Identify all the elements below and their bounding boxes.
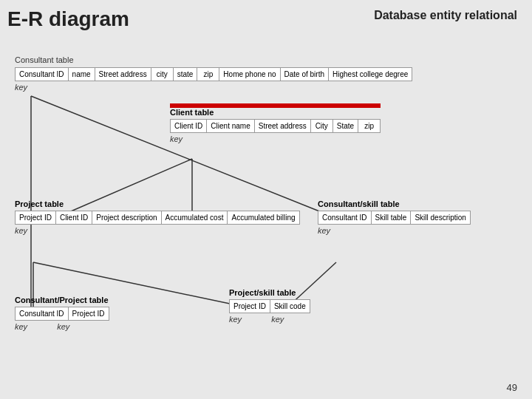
col-project-id: Project ID bbox=[68, 307, 109, 321]
client-table-label: Client table bbox=[170, 108, 381, 117]
col-street-address: Street address bbox=[254, 120, 310, 133]
col-skill-code: Skill code bbox=[270, 300, 310, 313]
ps-key1: key bbox=[229, 315, 242, 324]
col-client-id: Client ID bbox=[55, 211, 92, 225]
col-client-name: Client name bbox=[207, 120, 254, 133]
col-city: City bbox=[310, 120, 332, 133]
col-project-id: Project ID bbox=[230, 300, 270, 313]
col-state: state bbox=[173, 68, 197, 81]
col-consultant-id: Consultant ID bbox=[16, 68, 69, 81]
project-table: Project ID Client ID Project description… bbox=[15, 211, 300, 225]
consultant-skill-key: key bbox=[318, 226, 471, 235]
cp-key1: key bbox=[15, 322, 27, 331]
col-consultant-id: Consultant ID bbox=[16, 307, 69, 321]
col-consultant-id: Consultant ID bbox=[318, 211, 372, 225]
col-street: Street address bbox=[95, 68, 151, 81]
col-accum-billing: Accumulated billing bbox=[228, 211, 299, 225]
consultant-table: Consultant ID name Street address city s… bbox=[15, 67, 412, 81]
col-client-id: Client ID bbox=[171, 120, 207, 133]
client-key: key bbox=[170, 134, 381, 143]
consultant-skill-table: Consultant ID Skill table Skill descript… bbox=[318, 211, 471, 225]
consultant-project-label: Consultant/Project table bbox=[15, 296, 109, 304]
consultant-key: key bbox=[15, 83, 412, 92]
client-table-area: Client table Client ID Client name Stree… bbox=[170, 103, 381, 143]
col-skill-table: Skill table bbox=[371, 211, 411, 225]
col-zip: zip bbox=[358, 120, 381, 133]
col-project-id: Project ID bbox=[16, 211, 56, 225]
col-city: city bbox=[151, 68, 173, 81]
col-zip: zip bbox=[197, 68, 219, 81]
col-home-phone: Home phone no bbox=[219, 68, 280, 81]
consultant-table-area: Consultant table Consultant ID name Stre… bbox=[15, 55, 412, 92]
col-name: name bbox=[68, 68, 95, 81]
project-skill-table: Project ID Skill code bbox=[229, 299, 310, 313]
project-table-label: Project table bbox=[15, 200, 300, 208]
project-skill-label: Project/skill table bbox=[229, 288, 310, 297]
consultant-table-label: Consultant table bbox=[15, 55, 412, 64]
page: E-R diagram Database entity relational C… bbox=[0, 0, 532, 399]
client-table: Client ID Client name Street address Cit… bbox=[170, 119, 381, 133]
consultant-skill-area: Consultant/skill table Consultant ID Ski… bbox=[318, 200, 471, 235]
page-number: 49 bbox=[507, 382, 517, 393]
project-key: key bbox=[15, 226, 300, 235]
consultant-skill-label: Consultant/skill table bbox=[318, 200, 471, 208]
subtitle: Database entity relational bbox=[374, 9, 517, 22]
col-degree: Highest college degree bbox=[329, 68, 412, 81]
cp-key2: key bbox=[57, 322, 69, 331]
project-table-area: Project table Project ID Client ID Proje… bbox=[15, 200, 300, 235]
col-accum-cost: Accumulated cost bbox=[161, 211, 228, 225]
col-state: State bbox=[332, 120, 358, 133]
col-project-desc: Project description bbox=[92, 211, 161, 225]
project-skill-area: Project/skill table Project ID Skill cod… bbox=[229, 288, 310, 324]
consultant-project-area: Consultant/Project table Consultant ID P… bbox=[15, 296, 109, 331]
col-date-birth: Date of birth bbox=[280, 68, 328, 81]
consultant-project-table: Consultant ID Project ID bbox=[15, 307, 109, 321]
ps-key2: key bbox=[271, 315, 284, 324]
col-skill-desc: Skill description bbox=[411, 211, 470, 225]
